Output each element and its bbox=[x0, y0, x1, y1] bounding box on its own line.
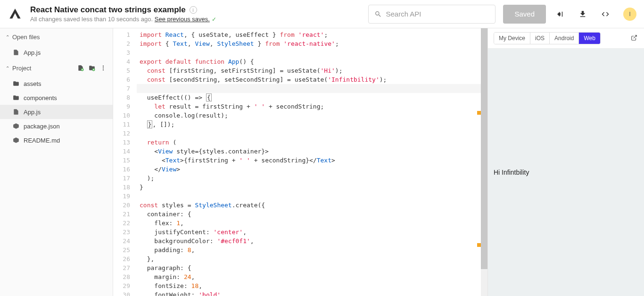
editor-marker bbox=[477, 243, 481, 247]
search-icon bbox=[374, 10, 382, 18]
file-name: components bbox=[24, 94, 57, 101]
svg-line-5 bbox=[634, 35, 636, 38]
editor-marker bbox=[477, 111, 481, 115]
file-name: package.json bbox=[24, 123, 60, 130]
file-name: App.js bbox=[24, 109, 41, 116]
chevron-up-icon: ⌃ bbox=[6, 34, 9, 40]
line-gutter: 1234567891011121314151617181920212223242… bbox=[113, 28, 137, 296]
preview-tabs: My DeviceiOSAndroidWeb bbox=[488, 28, 644, 49]
open-external-icon[interactable] bbox=[631, 34, 638, 42]
check-icon: ✓ bbox=[212, 16, 216, 23]
preview-output: Hi Infintbility bbox=[494, 169, 529, 176]
open-file-item[interactable]: App.js bbox=[0, 45, 113, 59]
code-content[interactable]: import React, { useState, useEffect } fr… bbox=[137, 28, 487, 296]
preview-tab-my-device[interactable]: My Device bbox=[494, 33, 530, 44]
preview-tab-ios[interactable]: iOS bbox=[530, 33, 550, 44]
project-header[interactable]: ⌃ Project bbox=[0, 59, 113, 76]
project-title[interactable]: React Native concat two strings example bbox=[30, 5, 186, 15]
svg-point-2 bbox=[103, 66, 104, 67]
file-icon bbox=[12, 108, 20, 116]
project-file-item[interactable]: components bbox=[0, 91, 113, 105]
download-icon[interactable] bbox=[578, 9, 587, 19]
save-status: All changes saved less than 10 seconds a… bbox=[30, 16, 216, 23]
save-status-text: All changes saved less than 10 seconds a… bbox=[30, 16, 155, 23]
preview-body: Hi Infintbility bbox=[488, 49, 644, 296]
new-folder-icon[interactable] bbox=[88, 64, 96, 72]
editor-scrollbar[interactable] bbox=[481, 28, 487, 296]
folder-icon bbox=[12, 94, 20, 101]
file-name: README.md bbox=[24, 137, 60, 144]
saved-button: Saved bbox=[503, 5, 546, 24]
preview-tab-web[interactable]: Web bbox=[579, 33, 600, 44]
chevron-up-icon: ⌃ bbox=[6, 66, 9, 71]
search-input[interactable] bbox=[386, 10, 489, 18]
project-file-item[interactable]: package.json bbox=[0, 119, 113, 133]
project-file-item[interactable]: App.js bbox=[0, 105, 113, 119]
new-file-icon[interactable] bbox=[77, 64, 84, 72]
open-files-label: Open files bbox=[12, 34, 40, 41]
more-icon[interactable] bbox=[99, 64, 107, 72]
search-box[interactable] bbox=[368, 5, 495, 24]
project-file-item[interactable]: README.md bbox=[0, 133, 113, 147]
open-files-header[interactable]: ⌃ Open files bbox=[0, 28, 113, 45]
file-name: assets bbox=[24, 80, 41, 87]
folder-icon bbox=[12, 80, 20, 87]
embed-icon[interactable] bbox=[601, 9, 610, 19]
export-icon[interactable] bbox=[555, 9, 565, 19]
file-icon bbox=[12, 49, 20, 56]
code-editor[interactable]: 1234567891011121314151617181920212223242… bbox=[113, 28, 487, 296]
expo-logo[interactable] bbox=[8, 7, 23, 22]
avatar[interactable]: I bbox=[623, 8, 636, 21]
svg-point-3 bbox=[103, 68, 104, 68]
title-block: React Native concat two strings example … bbox=[30, 5, 216, 23]
project-label: Project bbox=[12, 65, 31, 72]
project-file-item[interactable]: assets bbox=[0, 76, 113, 91]
preview-panel: My DeviceiOSAndroidWeb Hi Infintbility bbox=[487, 28, 644, 296]
see-previous-saves-link[interactable]: See previous saves. bbox=[155, 16, 210, 23]
sidebar: ⌃ Open files App.js ⌃ Project assetscomp… bbox=[0, 28, 113, 296]
info-icon[interactable]: i bbox=[190, 6, 197, 14]
file-icon bbox=[12, 136, 20, 144]
file-name: App.js bbox=[24, 49, 41, 56]
file-icon bbox=[12, 122, 20, 130]
header: React Native concat two strings example … bbox=[0, 0, 644, 28]
preview-tab-android[interactable]: Android bbox=[550, 33, 579, 44]
svg-point-4 bbox=[103, 69, 104, 70]
